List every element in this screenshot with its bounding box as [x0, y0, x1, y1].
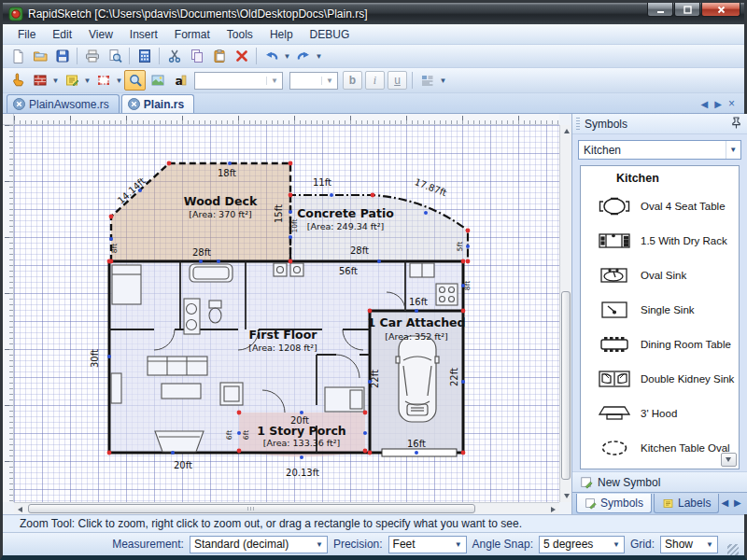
- patio-label: Concrete Patio: [297, 206, 394, 220]
- rectangle-dropdown-icon[interactable]: ▼: [115, 77, 123, 85]
- list-item[interactable]: 1.5 With Dry Rack: [581, 223, 739, 258]
- redo-icon[interactable]: [292, 46, 314, 66]
- horizontal-scroll-thumb[interactable]: [28, 504, 475, 513]
- list-item[interactable]: Kitchen Table Oval: [581, 430, 739, 465]
- cut-icon[interactable]: [163, 46, 185, 66]
- rectangle-tool-icon[interactable]: [92, 70, 114, 91]
- copy-icon[interactable]: [186, 46, 207, 66]
- pointer-hand-icon[interactable]: [7, 70, 28, 91]
- align-icon[interactable]: [416, 70, 438, 91]
- title-bar[interactable]: RapidSketch [C:\Users\pdavis\Documents\O…: [3, 3, 744, 24]
- tab-labels[interactable]: Labels: [654, 494, 719, 513]
- undo-icon[interactable]: [261, 46, 282, 66]
- open-icon[interactable]: [29, 46, 50, 66]
- tab-close-all-icon[interactable]: ×: [728, 97, 735, 110]
- dim-deck-left: 8ft: [110, 244, 119, 253]
- tab-scroll-right-icon[interactable]: ▶: [714, 99, 722, 109]
- delete-icon[interactable]: [231, 46, 252, 66]
- dim-deck-top: 18ft: [218, 168, 236, 178]
- dim-porch-bottom: 20.13ft: [286, 468, 319, 478]
- settings-bar: Measurement: Standard (decimal)▼ Precisi…: [3, 532, 744, 555]
- panel-grip[interactable]: [576, 118, 580, 131]
- font-size-combo[interactable]: ▼: [289, 72, 338, 90]
- measurement-select[interactable]: Standard (decimal)▼: [190, 536, 328, 553]
- scroll-right-icon[interactable]: [547, 503, 559, 515]
- note-dropdown-icon[interactable]: ▼: [83, 77, 92, 85]
- undo-dropdown-icon[interactable]: ▼: [283, 52, 291, 61]
- new-symbol-button[interactable]: New Symbol: [572, 471, 747, 492]
- grid-select[interactable]: Show▼: [660, 536, 718, 553]
- resize-grip[interactable]: [727, 544, 739, 555]
- note-tool-icon[interactable]: [61, 70, 82, 91]
- ruler-left: [3, 125, 14, 502]
- list-item[interactable]: 3' Hood: [581, 396, 739, 430]
- dim-garage-bottom: 16ft: [407, 439, 426, 449]
- chevron-down-icon: ▼: [609, 540, 624, 549]
- scroll-left-icon[interactable]: [14, 503, 26, 515]
- menu-bar: File Edit View Insert Format Tools Help …: [3, 24, 744, 45]
- list-item[interactable]: Single Sink: [581, 292, 739, 327]
- italic-button[interactable]: i: [365, 71, 385, 90]
- list-item[interactable]: Oval Sink: [581, 258, 739, 292]
- dim-patio-left: 10ft: [290, 218, 299, 232]
- new-icon[interactable]: [7, 46, 28, 66]
- chevron-down-icon: ▼: [702, 540, 717, 549]
- precision-select[interactable]: Feet▼: [388, 536, 467, 553]
- list-scroll-down-icon[interactable]: [721, 453, 737, 467]
- angle-snap-select[interactable]: 5 degrees▼: [539, 536, 625, 553]
- tab-plainawsome[interactable]: PlainAwsome.rs: [7, 94, 120, 113]
- menu-help[interactable]: Help: [262, 26, 301, 43]
- floor-plan-canvas[interactable]: Wood Deck [Area: 370 ft²] Concrete Patio…: [14, 125, 559, 502]
- font-combo[interactable]: ▼: [194, 72, 283, 90]
- menu-edit[interactable]: Edit: [45, 26, 79, 43]
- menu-tools[interactable]: Tools: [219, 26, 261, 43]
- pin-icon[interactable]: [731, 117, 741, 132]
- panel-tab-right-icon[interactable]: ▶: [734, 497, 741, 508]
- minimize-button[interactable]: [647, 3, 673, 17]
- canvas-vertical-scrollbar[interactable]: [559, 125, 571, 502]
- image-tool-icon[interactable]: [147, 70, 168, 91]
- dim-porch-left2: 6ft: [242, 430, 250, 440]
- wall-dropdown-icon[interactable]: ▼: [51, 77, 60, 85]
- menu-insert[interactable]: Insert: [122, 26, 165, 43]
- list-item[interactable]: Oval 4 Seat Table: [581, 189, 739, 223]
- print-preview-icon[interactable]: [104, 46, 125, 66]
- calculator-icon[interactable]: [134, 46, 155, 66]
- paste-icon[interactable]: [208, 46, 230, 66]
- text-tool-icon[interactable]: a: [169, 70, 190, 91]
- panel-tab-left-icon[interactable]: ◀: [721, 497, 728, 508]
- scroll-down-icon[interactable]: [560, 490, 572, 502]
- garage-door: [382, 449, 457, 456]
- close-button[interactable]: [701, 3, 740, 17]
- tab-close-icon[interactable]: [13, 98, 25, 110]
- vertical-scroll-thumb[interactable]: [561, 291, 571, 480]
- underline-button[interactable]: u: [388, 71, 407, 90]
- align-dropdown-icon[interactable]: ▼: [439, 77, 447, 85]
- menu-format[interactable]: Format: [167, 26, 218, 43]
- list-item[interactable]: Dining Room Table: [581, 327, 739, 361]
- menu-view[interactable]: View: [81, 26, 120, 43]
- tab-symbols[interactable]: Symbols: [576, 494, 652, 513]
- patio-area: [Area: 249.34 ft²]: [307, 221, 384, 231]
- chevron-down-icon: ▼: [451, 540, 466, 549]
- app-icon: [8, 7, 23, 21]
- tab-scroll-left-icon[interactable]: ◀: [701, 99, 709, 109]
- scroll-up-icon[interactable]: [560, 125, 572, 137]
- zoom-tool-icon[interactable]: [124, 70, 146, 91]
- oval-sink-icon: [594, 263, 635, 287]
- save-icon[interactable]: [51, 46, 73, 66]
- tab-close-icon[interactable]: [128, 98, 140, 110]
- list-item[interactable]: Double Kidney Sink: [581, 361, 739, 396]
- dim-patio-right: 5ft: [456, 242, 464, 251]
- redo-dropdown-icon[interactable]: ▼: [315, 52, 323, 61]
- tab-plain[interactable]: Plain.rs: [121, 94, 194, 113]
- symbol-category-select[interactable]: Kitchen ▼: [578, 140, 741, 160]
- menu-debug[interactable]: DEBUG: [303, 26, 358, 43]
- menu-file[interactable]: File: [10, 26, 43, 43]
- ruler-corner: [3, 114, 14, 125]
- bold-button[interactable]: b: [343, 71, 362, 90]
- wall-tool-icon[interactable]: [29, 70, 50, 91]
- print-icon[interactable]: [81, 46, 103, 66]
- canvas-horizontal-scrollbar[interactable]: [14, 502, 559, 514]
- maximize-button[interactable]: [674, 3, 700, 17]
